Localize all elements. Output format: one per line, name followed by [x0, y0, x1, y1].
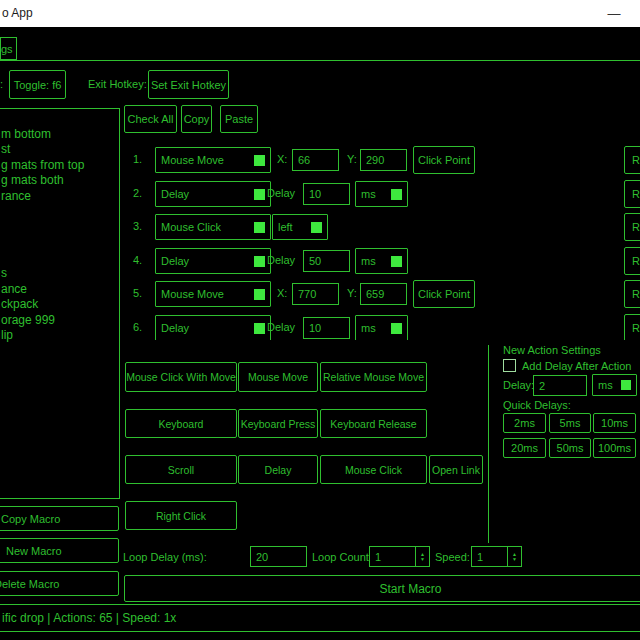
add-mouse-click-button[interactable]: Mouse Click	[320, 455, 427, 484]
toggle-hotkey-button[interactable]: Toggle: f6	[9, 70, 66, 99]
quick-delay-10ms-button[interactable]: 10ms	[593, 413, 636, 433]
check-all-button[interactable]: Check All	[124, 105, 177, 133]
loop-count-label: Loop Count:	[312, 551, 372, 563]
unit-value: ms	[361, 322, 376, 334]
quick-delay-20ms-button[interactable]: 20ms	[503, 438, 546, 458]
dropdown-square-icon	[254, 323, 265, 334]
add-delay-button[interactable]: Delay	[238, 455, 318, 484]
add-delay-checkbox[interactable]	[503, 359, 516, 372]
list-item[interactable]: lip	[1, 328, 119, 344]
dropdown-square-icon	[311, 222, 322, 233]
add-keyboard-button[interactable]: Keyboard	[125, 409, 237, 438]
list-item[interactable]	[1, 220, 119, 236]
action-type-value: Delay	[161, 255, 189, 267]
action-type-dropdown[interactable]: Delay	[155, 248, 271, 274]
list-item[interactable]	[1, 111, 119, 127]
add-keyboard-press-button[interactable]: Keyboard Press	[238, 409, 318, 438]
list-item[interactable]: g mats from top	[1, 158, 119, 174]
add-open-link-button[interactable]: Open Link	[429, 455, 483, 484]
copy-macro-button[interactable]: Copy Macro	[0, 506, 119, 531]
loop-count-stepper[interactable]: 1 ▲▼	[369, 546, 430, 567]
action-type-dropdown[interactable]: Mouse Move	[155, 281, 271, 307]
remove-action-button[interactable]: R	[624, 314, 640, 340]
status-bar: ific drop | Actions: 65 | Speed: 1x	[0, 604, 640, 632]
unit-dropdown[interactable]: ms	[355, 315, 408, 340]
start-macro-button[interactable]: Start Macro	[124, 575, 640, 602]
action-number: 6.	[133, 321, 142, 333]
window-title: o App	[2, 6, 33, 20]
add-right-click-button[interactable]: Right Click	[125, 501, 237, 530]
y-input[interactable]: 659	[360, 283, 407, 305]
list-item[interactable]: ance	[1, 282, 119, 298]
x-label: X:	[277, 287, 287, 299]
title-bar: o App —	[0, 0, 640, 27]
copy-button[interactable]: Copy	[181, 105, 212, 133]
action-type-value: Mouse Move	[161, 288, 224, 300]
add-keyboard-release-button[interactable]: Keyboard Release	[320, 409, 427, 438]
set-exit-hotkey-button[interactable]: Set Exit Hotkey	[148, 70, 229, 99]
action-type-value: Delay	[161, 322, 189, 334]
mouse-button-dropdown[interactable]: left	[272, 214, 328, 240]
action-type-dropdown[interactable]: Mouse Click	[155, 214, 271, 240]
list-item[interactable]: ckpack	[1, 297, 119, 313]
settings-unit-dropdown[interactable]: ms	[592, 374, 637, 396]
speed-value: 1	[472, 547, 507, 566]
settings-delay-input[interactable]: 2	[533, 375, 587, 396]
quick-delay-50ms-button[interactable]: 50ms	[549, 438, 591, 458]
add-mouse-move-button[interactable]: Mouse Move	[238, 362, 318, 392]
mouse-button-value: left	[278, 221, 293, 233]
dropdown-square-icon	[391, 256, 402, 267]
dropdown-square-icon	[391, 323, 402, 334]
add-relative-mouse-move-button[interactable]: Relative Mouse Move	[320, 362, 427, 392]
stepper-arrows-icon[interactable]: ▲▼	[415, 547, 429, 566]
unit-value: ms	[361, 188, 376, 200]
action-number: 3.	[133, 220, 142, 232]
action-type-dropdown[interactable]: Delay	[155, 315, 271, 340]
quick-delay-100ms-button[interactable]: 100ms	[593, 438, 636, 458]
x-input[interactable]: 66	[292, 149, 339, 171]
toggle-hotkey-label: :	[0, 78, 3, 90]
tab-settings[interactable]: gs	[0, 37, 17, 60]
new-action-settings-title: New Action Settings	[503, 344, 601, 356]
click-point-button[interactable]: Click Point	[413, 146, 475, 174]
unit-dropdown[interactable]: ms	[355, 181, 408, 207]
delay-input[interactable]: 10	[303, 317, 350, 339]
add-delay-checkbox-label: Add Delay After Action	[522, 360, 631, 372]
new-macro-button[interactable]: New Macro	[0, 538, 119, 563]
click-point-button[interactable]: Click Point	[413, 280, 475, 308]
paste-button[interactable]: Paste	[220, 105, 258, 133]
x-input[interactable]: 770	[292, 283, 339, 305]
delay-input[interactable]: 10	[303, 183, 350, 205]
quick-delay-5ms-button[interactable]: 5ms	[549, 413, 591, 433]
list-item[interactable]: orage 999	[1, 313, 119, 329]
list-item[interactable]: s	[1, 266, 119, 282]
delay-input[interactable]: 50	[303, 250, 350, 272]
macro-listbox[interactable]: m bottom st g mats from top g mats both …	[0, 108, 120, 499]
y-input[interactable]: 290	[360, 149, 407, 171]
quick-delay-2ms-button[interactable]: 2ms	[503, 413, 546, 433]
speed-stepper[interactable]: 1 ▲▼	[471, 546, 522, 567]
action-type-dropdown[interactable]: Delay	[155, 181, 271, 207]
action-type-dropdown[interactable]: Mouse Move	[155, 147, 271, 173]
remove-action-button[interactable]: R	[624, 213, 640, 241]
list-item[interactable]: g mats both	[1, 173, 119, 189]
loop-delay-input[interactable]: 20	[250, 546, 307, 567]
remove-action-button[interactable]: R	[624, 280, 640, 308]
remove-action-button[interactable]: R	[624, 180, 640, 208]
delay-label: Delay	[267, 254, 295, 266]
minimize-button[interactable]: —	[600, 0, 628, 27]
remove-action-button[interactable]: R	[624, 146, 640, 174]
list-item[interactable]: st	[1, 142, 119, 158]
remove-action-button[interactable]: R	[624, 247, 640, 275]
add-mouse-click-with-move-button[interactable]: Mouse Click With Move	[125, 362, 237, 392]
list-item[interactable]	[1, 251, 119, 267]
stepper-arrows-icon[interactable]: ▲▼	[507, 547, 521, 566]
list-item[interactable]	[1, 235, 119, 251]
loop-count-value: 1	[370, 547, 415, 566]
list-item[interactable]: m bottom	[1, 127, 119, 143]
list-item[interactable]	[1, 204, 119, 220]
add-scroll-button[interactable]: Scroll	[125, 455, 237, 484]
delete-macro-button[interactable]: Delete Macro	[0, 571, 119, 596]
list-item[interactable]: rance	[1, 189, 119, 205]
unit-dropdown[interactable]: ms	[355, 248, 408, 274]
